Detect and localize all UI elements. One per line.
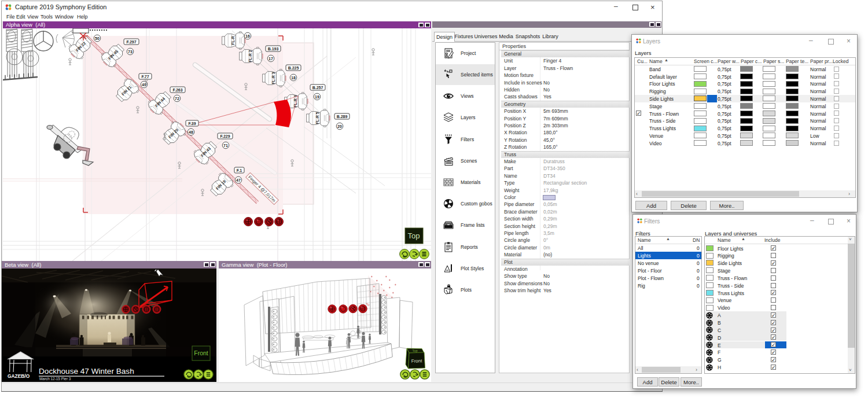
svg-text:F.77: F.77 (141, 75, 149, 79)
svg-text:72: 72 (175, 97, 179, 101)
svg-text:19: 19 (315, 95, 319, 99)
svg-text:18: 18 (291, 76, 296, 80)
svg-text:FL-R 2: FL-R 2 (248, 50, 252, 62)
svg-text:Top: Top (413, 349, 418, 352)
svg-text:Top: Top (408, 231, 420, 240)
svg-text:Front: Front (411, 358, 423, 364)
svg-text:50: 50 (95, 36, 100, 41)
svg-text:FL-R 3: FL-R 3 (271, 72, 275, 84)
svg-text:FL-R: FL-R (231, 36, 235, 45)
svg-text:71: 71 (223, 144, 228, 148)
svg-text:F.229: F.229 (220, 134, 230, 138)
svg-text:48: 48 (189, 130, 193, 134)
svg-text:17: 17 (269, 57, 273, 61)
svg-text:47: 47 (236, 178, 241, 182)
svg-text:49: 49 (142, 83, 146, 87)
svg-text:F.39: F.39 (188, 122, 196, 126)
svg-text:March 12-15 Pier 3: March 12-15 Pier 3 (39, 377, 71, 381)
svg-text:B.289: B.289 (337, 115, 348, 119)
svg-text:B.225: B.225 (288, 66, 299, 70)
svg-text:FL-R 5: FL-R 5 (315, 112, 319, 124)
svg-text:73: 73 (128, 50, 133, 54)
svg-text:F.263: F.263 (172, 88, 182, 92)
svg-text:B.257: B.257 (312, 86, 323, 90)
svg-text:GAZEB/O: GAZEB/O (8, 373, 30, 379)
svg-text:B.193: B.193 (268, 47, 279, 51)
svg-text:F.297: F.297 (126, 40, 136, 44)
svg-text:20: 20 (337, 124, 342, 128)
svg-text:Dockhouse 47 Winter Bash: Dockhouse 47 Winter Bash (39, 367, 134, 376)
svg-text:F.1: F.1 (237, 168, 242, 172)
svg-text:Front: Front (194, 350, 208, 356)
svg-text:16: 16 (245, 34, 250, 38)
